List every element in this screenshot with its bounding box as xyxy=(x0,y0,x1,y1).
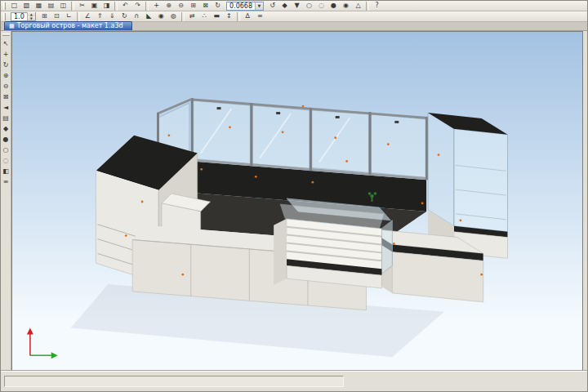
cut-extrude-icon[interactable]: ⇓ xyxy=(106,11,118,21)
spinner-down-icon[interactable]: ▼ xyxy=(28,16,35,20)
measure-icon[interactable]: ∆ xyxy=(242,11,254,21)
hole-icon[interactable]: ◉ xyxy=(155,11,167,21)
rotate-model-icon[interactable]: ↻ xyxy=(1,60,11,70)
orientation-dropdown-icon[interactable]: ▼ xyxy=(291,1,303,11)
document-tab-title: Торговый остров - макет 1.a3d xyxy=(17,22,123,30)
scale-dropdown-icon[interactable]: ▼ xyxy=(255,2,263,10)
new-document-icon[interactable]: □ xyxy=(8,1,20,11)
select-icon[interactable]: ↖ xyxy=(1,38,11,49)
section-view-icon[interactable]: ◧ xyxy=(1,166,11,176)
viewport-svg xyxy=(12,32,582,370)
help-icon[interactable]: ? xyxy=(371,1,383,11)
pan-view-icon[interactable]: + xyxy=(150,1,163,11)
print-preview-icon[interactable]: ◫ xyxy=(57,1,69,11)
document-tab-bar: ▦ Торговый остров - макет 1.a3d xyxy=(1,22,587,31)
scale-value: 0.0668 xyxy=(227,2,255,10)
separator xyxy=(77,12,80,21)
status-bar xyxy=(1,371,587,391)
3d-model[interactable] xyxy=(71,98,508,357)
undo-icon[interactable]: ↶ xyxy=(119,1,131,11)
separator xyxy=(366,2,369,11)
open-document-icon[interactable]: ▧ xyxy=(20,1,33,11)
pan-icon[interactable]: + xyxy=(1,49,11,60)
grid-icon[interactable]: ⊞ xyxy=(38,11,51,21)
previous-view-icon[interactable]: ◄ xyxy=(1,102,11,113)
plane-icon[interactable]: ▬ xyxy=(211,11,223,21)
separator xyxy=(114,2,118,11)
refresh-view-icon[interactable]: ↻ xyxy=(212,1,224,11)
hidden-lines-icon[interactable]: ◌ xyxy=(315,1,327,11)
save-icon[interactable]: ▦ xyxy=(33,1,45,11)
zoom-spinbox[interactable]: 1.0 ▲ ▼ xyxy=(11,12,36,21)
toolbar-grip[interactable] xyxy=(3,2,6,10)
wireframe-icon[interactable]: ○ xyxy=(303,1,315,11)
separator xyxy=(145,2,149,11)
shaded-edges-icon[interactable]: ◉ xyxy=(340,1,352,11)
zoom-out-icon[interactable]: ⊖ xyxy=(175,1,187,11)
zoom-out-view-icon[interactable]: ⊖ xyxy=(1,81,11,91)
zoom-all-icon[interactable]: ⊠ xyxy=(1,91,11,102)
redo-icon[interactable]: ↷ xyxy=(131,1,144,11)
revolve-icon[interactable]: ↻ xyxy=(118,11,131,21)
perspective-icon[interactable]: △ xyxy=(352,1,364,11)
front-view-icon[interactable]: ▤ xyxy=(1,113,11,123)
cut-icon[interactable]: ✂ xyxy=(76,1,88,11)
shaded-icon[interactable]: ● xyxy=(327,1,340,11)
shaded-mode-icon[interactable]: ● xyxy=(1,134,11,145)
settings-icon[interactable]: ≡ xyxy=(1,176,11,187)
properties-icon[interactable]: ≡ xyxy=(254,11,266,21)
coordinate-axes xyxy=(27,327,58,359)
toolbar-grip[interactable] xyxy=(2,33,10,36)
main-toolbar: □▧▦▤◫✂▣◨↶↷+⊕⊖⊞⊠↻ 0.0668 ▼ ↺◆▼○◌●◉△? xyxy=(1,1,587,11)
zoom-in-icon[interactable]: ⊕ xyxy=(163,1,175,11)
canvas-3d-viewport[interactable] xyxy=(11,31,583,371)
refrigerated-display xyxy=(274,198,392,288)
left-toolbar-buttons: ↖+↻⊕⊖⊠◄▤◆●○◌◧≡ xyxy=(1,38,11,187)
print-icon[interactable]: ▤ xyxy=(45,1,57,11)
wireframe-mode-icon[interactable]: ○ xyxy=(1,145,11,155)
separator xyxy=(71,2,74,11)
axis-icon[interactable]: ↕ xyxy=(223,11,235,21)
toolbar-grip[interactable] xyxy=(3,13,6,20)
application-window: □▧▦▤◫✂▣◨↶↷+⊕⊖⊞⊠↻ 0.0668 ▼ ↺◆▼○◌●◉△? 1.0 … xyxy=(0,0,588,392)
paste-icon[interactable]: ◨ xyxy=(100,1,113,11)
zoom-window-icon[interactable]: ⊞ xyxy=(187,1,199,11)
main-toolbar-buttons-right: ↺◆▼○◌●◉△? xyxy=(266,1,383,11)
main-toolbar-buttons-left: □▧▦▤◫✂▣◨↶↷+⊕⊖⊞⊠↻ xyxy=(8,1,224,11)
orientation-icon[interactable]: ◆ xyxy=(278,1,291,11)
zoom-fit-icon[interactable]: ⊠ xyxy=(199,1,212,11)
view-toolbar-buttons: ⊞⊡∟∠⇑⇓↻∩◣◉◍⇄∴▬↕∆≡ xyxy=(38,11,266,21)
array-icon[interactable]: ∴ xyxy=(198,11,211,21)
zoom-value: 1.0 xyxy=(11,13,27,20)
mirror-icon[interactable]: ⇄ xyxy=(186,11,198,21)
chamfer-icon[interactable]: ◣ xyxy=(143,11,155,21)
hidden-edges-icon[interactable]: ◌ xyxy=(1,155,11,166)
document-icon: ▦ xyxy=(9,22,15,30)
zoom-spinner: ▲ ▼ xyxy=(27,12,35,20)
separator xyxy=(181,12,185,21)
fillet-icon[interactable]: ∩ xyxy=(131,11,143,21)
rotate-view-icon[interactable]: ↺ xyxy=(266,1,278,11)
separator xyxy=(237,12,240,21)
document-tab[interactable]: ▦ Торговый остров - макет 1.a3d xyxy=(4,21,132,30)
status-message xyxy=(4,376,344,387)
sketch-icon[interactable]: ∠ xyxy=(82,11,94,21)
isometric-view-icon[interactable]: ◆ xyxy=(1,123,11,134)
snap-icon[interactable]: ⊡ xyxy=(51,11,63,21)
copy-icon[interactable]: ▣ xyxy=(88,1,100,11)
ortho-mode-icon[interactable]: ∟ xyxy=(63,11,75,21)
zoom-in-view-icon[interactable]: ⊕ xyxy=(1,70,11,81)
extrude-icon[interactable]: ⇑ xyxy=(94,11,106,21)
shell-icon[interactable]: ◍ xyxy=(167,11,180,21)
left-toolbar: ↖+↻⊕⊖⊠◄▤◆●○◌◧≡ xyxy=(1,31,11,371)
scale-combobox[interactable]: 0.0668 ▼ xyxy=(226,2,264,11)
